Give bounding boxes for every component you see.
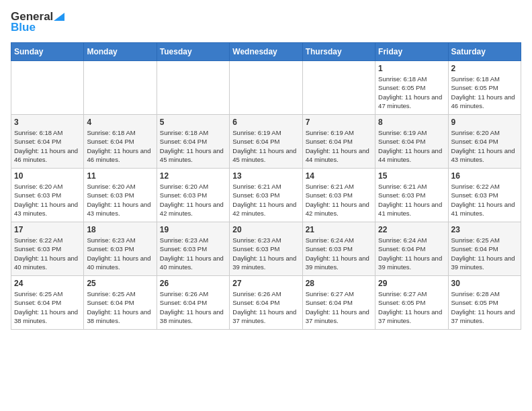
day-number: 7 xyxy=(306,118,372,127)
day-info: Sunrise: 6:21 AM Sunset: 6:03 PM Dayligh… xyxy=(378,182,445,218)
day-number: 17 xyxy=(14,225,81,234)
day-number: 11 xyxy=(87,171,153,181)
calendar-cell: 3Sunrise: 6:18 AM Sunset: 6:04 PM Daylig… xyxy=(11,115,84,169)
day-number: 18 xyxy=(87,225,153,234)
day-info: Sunrise: 6:22 AM Sunset: 6:03 PM Dayligh… xyxy=(451,182,518,218)
calendar-cell xyxy=(84,61,157,115)
calendar-cell: 6Sunrise: 6:19 AM Sunset: 6:04 PM Daylig… xyxy=(230,115,302,169)
day-number: 8 xyxy=(378,118,445,127)
day-number: 16 xyxy=(451,171,518,181)
day-info: Sunrise: 6:25 AM Sunset: 6:04 PM Dayligh… xyxy=(87,289,153,325)
calendar-cell: 7Sunrise: 6:19 AM Sunset: 6:04 PM Daylig… xyxy=(302,115,375,169)
day-number: 30 xyxy=(451,279,518,288)
day-header-wednesday: Wednesday xyxy=(230,43,302,61)
day-info: Sunrise: 6:21 AM Sunset: 6:03 PM Dayligh… xyxy=(306,182,372,218)
day-header-tuesday: Tuesday xyxy=(157,43,229,61)
day-number: 1 xyxy=(378,64,445,73)
day-number: 26 xyxy=(160,279,226,288)
calendar-cell: 27Sunrise: 6:26 AM Sunset: 6:04 PM Dayli… xyxy=(230,276,302,330)
calendar-cell: 8Sunrise: 6:19 AM Sunset: 6:04 PM Daylig… xyxy=(375,115,448,169)
day-info: Sunrise: 6:23 AM Sunset: 6:03 PM Dayligh… xyxy=(160,236,226,271)
day-info: Sunrise: 6:25 AM Sunset: 6:04 PM Dayligh… xyxy=(14,289,81,325)
day-number: 4 xyxy=(87,118,153,127)
day-info: Sunrise: 6:18 AM Sunset: 6:04 PM Dayligh… xyxy=(87,128,153,164)
day-info: Sunrise: 6:23 AM Sunset: 6:03 PM Dayligh… xyxy=(232,236,299,271)
day-info: Sunrise: 6:18 AM Sunset: 6:04 PM Dayligh… xyxy=(160,128,226,164)
day-number: 21 xyxy=(306,225,372,234)
day-info: Sunrise: 6:26 AM Sunset: 6:04 PM Dayligh… xyxy=(232,289,299,325)
day-number: 3 xyxy=(14,118,81,127)
calendar-cell: 18Sunrise: 6:23 AM Sunset: 6:03 PM Dayli… xyxy=(84,222,157,276)
day-number: 2 xyxy=(451,64,518,73)
calendar-cell: 11Sunrise: 6:20 AM Sunset: 6:03 PM Dayli… xyxy=(84,169,157,222)
day-header-thursday: Thursday xyxy=(302,43,375,61)
calendar-cell: 14Sunrise: 6:21 AM Sunset: 6:03 PM Dayli… xyxy=(302,169,375,222)
day-info: Sunrise: 6:18 AM Sunset: 6:05 PM Dayligh… xyxy=(451,75,518,110)
day-number: 14 xyxy=(306,171,372,181)
day-info: Sunrise: 6:19 AM Sunset: 6:04 PM Dayligh… xyxy=(232,128,299,164)
day-number: 13 xyxy=(232,171,299,181)
calendar-header-row: SundayMondayTuesdayWednesdayThursdayFrid… xyxy=(11,43,521,61)
calendar-cell: 5Sunrise: 6:18 AM Sunset: 6:04 PM Daylig… xyxy=(157,115,229,169)
calendar-week-row: 3Sunrise: 6:18 AM Sunset: 6:04 PM Daylig… xyxy=(11,115,521,169)
calendar-cell: 20Sunrise: 6:23 AM Sunset: 6:03 PM Dayli… xyxy=(230,222,302,276)
day-header-saturday: Saturday xyxy=(448,43,521,61)
day-header-sunday: Sunday xyxy=(11,43,84,61)
day-number: 24 xyxy=(14,279,81,288)
day-info: Sunrise: 6:19 AM Sunset: 6:04 PM Dayligh… xyxy=(378,128,445,164)
day-number: 6 xyxy=(232,118,299,127)
calendar-cell: 4Sunrise: 6:18 AM Sunset: 6:04 PM Daylig… xyxy=(84,115,157,169)
day-info: Sunrise: 6:19 AM Sunset: 6:04 PM Dayligh… xyxy=(306,128,372,164)
day-number: 20 xyxy=(232,225,299,234)
day-number: 29 xyxy=(378,279,445,288)
day-number: 12 xyxy=(160,171,226,181)
day-info: Sunrise: 6:24 AM Sunset: 6:03 PM Dayligh… xyxy=(306,236,372,271)
day-info: Sunrise: 6:20 AM Sunset: 6:03 PM Dayligh… xyxy=(14,182,81,218)
calendar-cell: 24Sunrise: 6:25 AM Sunset: 6:04 PM Dayli… xyxy=(11,276,84,330)
day-number: 10 xyxy=(14,171,81,181)
day-info: Sunrise: 6:25 AM Sunset: 6:04 PM Dayligh… xyxy=(451,236,518,271)
page-header: General Blue xyxy=(11,11,521,34)
calendar-week-row: 24Sunrise: 6:25 AM Sunset: 6:04 PM Dayli… xyxy=(11,276,521,330)
day-number: 5 xyxy=(160,118,226,127)
day-number: 9 xyxy=(451,118,518,127)
logo-blue-text: Blue xyxy=(11,21,36,34)
logo-triangle-icon xyxy=(54,13,64,21)
day-info: Sunrise: 6:23 AM Sunset: 6:03 PM Dayligh… xyxy=(87,236,153,271)
day-info: Sunrise: 6:27 AM Sunset: 6:04 PM Dayligh… xyxy=(306,289,372,325)
calendar-cell: 21Sunrise: 6:24 AM Sunset: 6:03 PM Dayli… xyxy=(302,222,375,276)
day-number: 28 xyxy=(306,279,372,288)
calendar-cell: 25Sunrise: 6:25 AM Sunset: 6:04 PM Dayli… xyxy=(84,276,157,330)
calendar-cell: 9Sunrise: 6:20 AM Sunset: 6:04 PM Daylig… xyxy=(448,115,521,169)
day-info: Sunrise: 6:18 AM Sunset: 6:05 PM Dayligh… xyxy=(378,75,445,110)
calendar-cell xyxy=(157,61,229,115)
day-info: Sunrise: 6:20 AM Sunset: 6:04 PM Dayligh… xyxy=(451,128,518,164)
calendar-cell xyxy=(11,61,84,115)
day-header-monday: Monday xyxy=(84,43,157,61)
day-info: Sunrise: 6:20 AM Sunset: 6:03 PM Dayligh… xyxy=(87,182,153,218)
calendar-week-row: 10Sunrise: 6:20 AM Sunset: 6:03 PM Dayli… xyxy=(11,169,521,222)
calendar-cell: 16Sunrise: 6:22 AM Sunset: 6:03 PM Dayli… xyxy=(448,169,521,222)
day-header-friday: Friday xyxy=(375,43,448,61)
logo: General Blue xyxy=(11,11,64,34)
day-number: 23 xyxy=(451,225,518,234)
calendar-cell: 10Sunrise: 6:20 AM Sunset: 6:03 PM Dayli… xyxy=(11,169,84,222)
calendar-cell: 19Sunrise: 6:23 AM Sunset: 6:03 PM Dayli… xyxy=(157,222,229,276)
day-number: 25 xyxy=(87,279,153,288)
calendar-cell: 12Sunrise: 6:20 AM Sunset: 6:03 PM Dayli… xyxy=(157,169,229,222)
calendar-cell xyxy=(230,61,302,115)
day-info: Sunrise: 6:28 AM Sunset: 6:05 PM Dayligh… xyxy=(451,289,518,325)
svg-marker-0 xyxy=(54,13,64,21)
day-info: Sunrise: 6:26 AM Sunset: 6:04 PM Dayligh… xyxy=(160,289,226,325)
calendar-table: SundayMondayTuesdayWednesdayThursdayFrid… xyxy=(11,42,521,330)
calendar-week-row: 1Sunrise: 6:18 AM Sunset: 6:05 PM Daylig… xyxy=(11,61,521,115)
day-info: Sunrise: 6:24 AM Sunset: 6:04 PM Dayligh… xyxy=(378,236,445,271)
calendar-cell: 15Sunrise: 6:21 AM Sunset: 6:03 PM Dayli… xyxy=(375,169,448,222)
day-number: 15 xyxy=(378,171,445,181)
calendar-cell: 28Sunrise: 6:27 AM Sunset: 6:04 PM Dayli… xyxy=(302,276,375,330)
calendar-cell: 30Sunrise: 6:28 AM Sunset: 6:05 PM Dayli… xyxy=(448,276,521,330)
calendar-cell: 29Sunrise: 6:27 AM Sunset: 6:05 PM Dayli… xyxy=(375,276,448,330)
day-info: Sunrise: 6:27 AM Sunset: 6:05 PM Dayligh… xyxy=(378,289,445,325)
day-info: Sunrise: 6:22 AM Sunset: 6:03 PM Dayligh… xyxy=(14,236,81,271)
calendar-cell xyxy=(302,61,375,115)
